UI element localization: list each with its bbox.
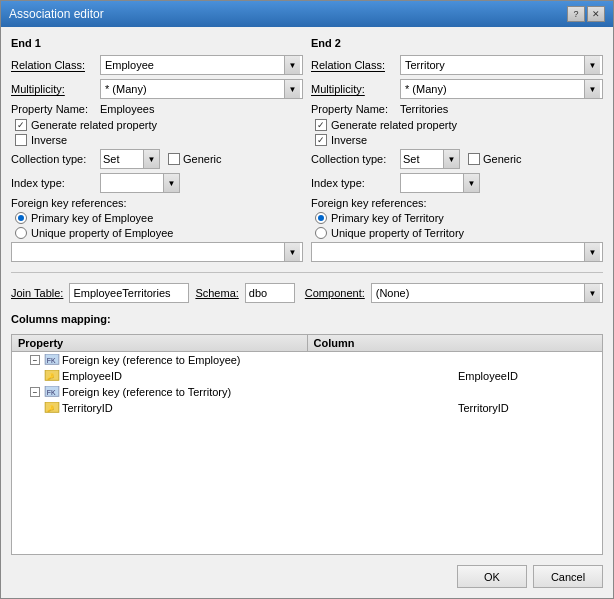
end1-primary-radio[interactable] xyxy=(15,212,27,224)
end2-generate-checkbox[interactable] xyxy=(315,119,327,131)
end1-propname-value: Employees xyxy=(100,103,154,115)
end2-index-combo[interactable]: ▼ xyxy=(400,173,480,193)
end2-relation-combo[interactable]: Territory ▼ xyxy=(400,55,603,75)
fk-icon: FK xyxy=(44,354,60,366)
end2-index-row: Index type: ▼ xyxy=(311,173,603,193)
fk-icon: FK xyxy=(44,386,60,398)
end1-collection-combo[interactable]: Set ▼ xyxy=(100,149,160,169)
end1-inverse-checkbox[interactable] xyxy=(15,134,27,146)
end2-index-arrow[interactable]: ▼ xyxy=(463,174,479,192)
table-row[interactable]: 🔑 TerritoryID TerritoryID xyxy=(12,400,602,416)
end2-relation-value: Territory xyxy=(403,59,584,71)
cancel-button[interactable]: Cancel xyxy=(533,565,603,588)
end2-propname-label: Property Name: xyxy=(311,103,396,115)
two-columns: End 1 Relation Class: Employee ▼ Multipl… xyxy=(11,37,603,262)
end2-collection-arrow[interactable]: ▼ xyxy=(443,150,459,168)
end2-propname-row: Property Name: Territories xyxy=(311,103,603,115)
column-cell: TerritoryID xyxy=(452,401,602,415)
table-row[interactable]: 🔑 EmployeeID EmployeeID xyxy=(12,368,602,384)
end1-index-arrow[interactable]: ▼ xyxy=(163,174,179,192)
columns-label: Columns mapping: xyxy=(11,313,603,325)
svg-text:FK: FK xyxy=(47,357,56,364)
end2-unique-radio[interactable] xyxy=(315,227,327,239)
end1-relation-label: Relation Class: xyxy=(11,59,96,71)
end2-propname-value: Territories xyxy=(400,103,448,115)
row3-label: TerritoryID xyxy=(62,402,113,414)
end1-relation-arrow[interactable]: ▼ xyxy=(284,56,300,74)
end2-label: End 2 xyxy=(311,37,603,49)
component-label: Component: xyxy=(305,287,365,299)
column-cell: EmployeeID xyxy=(452,369,602,383)
end1-multiplicity-combo[interactable]: * (Many) ▼ xyxy=(100,79,303,99)
row2-label: Foreign key (reference to Territory) xyxy=(62,386,231,398)
end1-generate-label: Generate related property xyxy=(31,119,157,131)
component-arrow[interactable]: ▼ xyxy=(584,284,600,302)
end1-primary-row: Primary key of Employee xyxy=(15,212,303,224)
end2-relation-label: Relation Class: xyxy=(311,59,396,71)
schema-input[interactable] xyxy=(245,283,295,303)
property-cell: − FK Foreign key (reference to Territory… xyxy=(12,385,452,399)
table-body: − FK Foreign key (reference to Employee) xyxy=(12,352,602,554)
end2-generic-checkbox[interactable] xyxy=(468,153,480,165)
title-text: Association editor xyxy=(9,7,104,21)
dialog-content: End 1 Relation Class: Employee ▼ Multipl… xyxy=(1,27,613,598)
end2-collection-combo[interactable]: Set ▼ xyxy=(400,149,460,169)
end1-generic-label: Generic xyxy=(183,153,222,165)
dialog-window: Association editor ? ✕ End 1 Relation Cl… xyxy=(0,0,614,599)
end2-generic-label: Generic xyxy=(483,153,522,165)
svg-text:🔑: 🔑 xyxy=(47,405,55,413)
key-icon: 🔑 xyxy=(44,370,60,382)
end1-collection-row: Collection type: Set ▼ Generic xyxy=(11,149,303,169)
property-cell: 🔑 TerritoryID xyxy=(12,401,452,415)
expand-icon[interactable]: − xyxy=(30,387,40,397)
component-value: (None) xyxy=(374,287,584,299)
end2-unique-arrow[interactable]: ▼ xyxy=(584,243,600,261)
end2-primary-radio[interactable] xyxy=(315,212,327,224)
end2-unique-label: Unique property of Territory xyxy=(331,227,464,239)
end2-unique-combo[interactable]: ▼ xyxy=(311,242,603,262)
end2-multiplicity-row: Multiplicity: * (Many) ▼ xyxy=(311,79,603,99)
end1-collection-label: Collection type: xyxy=(11,153,96,165)
end1-generate-row: Generate related property xyxy=(15,119,303,131)
end1-index-combo[interactable]: ▼ xyxy=(100,173,180,193)
end1-unique-arrow[interactable]: ▼ xyxy=(284,243,300,261)
end1-generic-checkbox[interactable] xyxy=(168,153,180,165)
end1-index-label: Index type: xyxy=(11,177,96,189)
svg-text:FK: FK xyxy=(47,389,56,396)
end2-index-label: Index type: xyxy=(311,177,396,189)
tree-indent: − FK Foreign key (reference to Employee) xyxy=(30,354,241,366)
table-row[interactable]: − FK Foreign key (reference to Employee) xyxy=(12,352,602,368)
end1-collection-arrow[interactable]: ▼ xyxy=(143,150,159,168)
end2-unique-combo-wrapper: ▼ xyxy=(311,242,603,262)
join-table-input[interactable] xyxy=(69,283,189,303)
end2-inverse-checkbox[interactable] xyxy=(315,134,327,146)
end1-relation-combo[interactable]: Employee ▼ xyxy=(100,55,303,75)
end1-fk-label: Foreign key references: xyxy=(11,197,303,209)
ok-button[interactable]: OK xyxy=(457,565,527,588)
column-cell xyxy=(452,353,602,367)
close-button[interactable]: ✕ xyxy=(587,6,605,22)
end2-relation-row: Relation Class: Territory ▼ xyxy=(311,55,603,75)
divider xyxy=(11,272,603,273)
help-button[interactable]: ? xyxy=(567,6,585,22)
end2-collection-row: Collection type: Set ▼ Generic xyxy=(311,149,603,169)
end2-unique-row: Unique property of Territory xyxy=(315,227,603,239)
end1-generate-checkbox[interactable] xyxy=(15,119,27,131)
end1-unique-radio[interactable] xyxy=(15,227,27,239)
end2-relation-arrow[interactable]: ▼ xyxy=(584,56,600,74)
component-combo[interactable]: (None) ▼ xyxy=(371,283,603,303)
join-table-label: Join Table: xyxy=(11,287,63,299)
expand-icon[interactable]: − xyxy=(30,355,40,365)
end2-multiplicity-arrow[interactable]: ▼ xyxy=(584,80,600,98)
end2-multiplicity-combo[interactable]: * (Many) ▼ xyxy=(400,79,603,99)
end2-generate-label: Generate related property xyxy=(331,119,457,131)
table-row[interactable]: − FK Foreign key (reference to Territory… xyxy=(12,384,602,400)
end1-multiplicity-arrow[interactable]: ▼ xyxy=(284,80,300,98)
end1-multiplicity-value: * (Many) xyxy=(103,83,284,95)
end2-generate-row: Generate related property xyxy=(315,119,603,131)
schema-label: Schema: xyxy=(195,287,238,299)
end2-inverse-row: Inverse xyxy=(315,134,603,146)
end1-unique-combo[interactable]: ▼ xyxy=(11,242,303,262)
end2-inverse-label: Inverse xyxy=(331,134,367,146)
tree-indent: − FK Foreign key (reference to Territory… xyxy=(30,386,231,398)
